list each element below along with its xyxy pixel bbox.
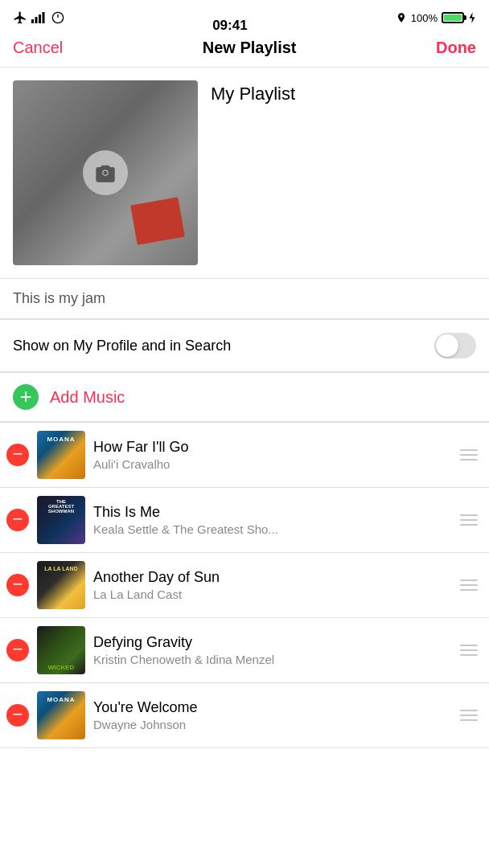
track-item: − Defying Gravity Kristin Chenoweth & Id… [0,618,489,683]
done-button[interactable]: Done [436,39,476,57]
airplane-icon [13,10,27,25]
track-artist: Auli'i Cravalho [93,457,449,471]
remove-track-button[interactable]: − [6,444,29,466]
charging-icon [468,12,476,23]
nav-title: New Playlist [203,39,297,57]
album-art[interactable] [13,80,198,265]
toggle-knob [436,334,458,357]
track-title: Another Day of Sun [93,569,449,586]
activity-icon [51,11,64,24]
add-music-row: + Add Music [0,373,489,422]
track-artist: La La Land Cast [93,588,449,601]
nav-bar: Cancel New Playlist Done [0,32,489,68]
drag-handle[interactable] [457,641,481,659]
track-title: How Far I'll Go [93,439,449,456]
track-title: This Is Me [93,504,449,521]
track-artwork [37,626,85,674]
status-time: 09:41 [212,18,247,34]
status-right: 100% [396,12,476,24]
playlist-header [0,68,489,278]
battery-icon [442,12,464,23]
track-info: Defying Gravity Kristin Chenoweth & Idin… [93,634,449,666]
track-item: − You're Welcome Dwayne Johnson [0,683,489,748]
track-artwork [37,496,85,544]
remove-track-button[interactable]: − [6,509,29,531]
track-info: This Is Me Keala Settle & The Greatest S… [93,504,449,536]
svg-rect-2 [39,14,41,23]
description-input[interactable] [13,290,476,307]
camera-icon [94,162,117,184]
status-left [13,10,64,25]
track-artwork [37,431,85,479]
track-artist: Keala Settle & The Greatest Sho... [93,522,449,536]
description-section [0,279,489,319]
track-artist: Kristin Chenoweth & Idina Menzel [93,653,449,666]
status-bar: 09:41 100% [0,0,489,32]
track-item: − Another Day of Sun La La Land Cast [0,553,489,618]
track-artwork [37,691,85,739]
add-music-label[interactable]: Add Music [50,388,125,407]
svg-rect-1 [35,17,38,23]
remove-track-button[interactable]: − [6,704,29,727]
show-on-profile-toggle[interactable] [434,333,476,358]
signal-icon [31,12,47,23]
svg-rect-0 [31,19,34,23]
remove-track-button[interactable]: − [6,639,29,661]
track-info: You're Welcome Dwayne Johnson [93,699,449,731]
drag-handle[interactable] [457,511,481,529]
playlist-name-input[interactable] [211,80,476,108]
svg-rect-3 [43,12,45,23]
track-artwork [37,561,85,609]
battery-pct: 100% [411,12,438,24]
track-info: Another Day of Sun La La Land Cast [93,569,449,601]
drag-handle[interactable] [457,706,481,724]
track-info: How Far I'll Go Auli'i Cravalho [93,439,449,471]
show-on-profile-label: Show on My Profile and in Search [13,338,231,354]
track-list: − How Far I'll Go Auli'i Cravalho − This… [0,423,489,748]
track-artist: Dwayne Johnson [93,718,449,731]
track-title: Defying Gravity [93,634,449,651]
remove-track-button[interactable]: − [6,574,29,596]
drag-handle[interactable] [457,576,481,594]
track-item: − This Is Me Keala Settle & The Greatest… [0,488,489,553]
track-title: You're Welcome [93,699,449,716]
change-photo-button[interactable] [83,150,128,195]
add-music-button[interactable]: + [13,384,39,410]
svg-marker-6 [470,12,475,23]
show-on-profile-row: Show on My Profile and in Search [0,320,489,372]
track-item: − How Far I'll Go Auli'i Cravalho [0,423,489,488]
drag-handle[interactable] [457,446,481,464]
location-icon [396,12,407,23]
cancel-button[interactable]: Cancel [13,39,63,57]
